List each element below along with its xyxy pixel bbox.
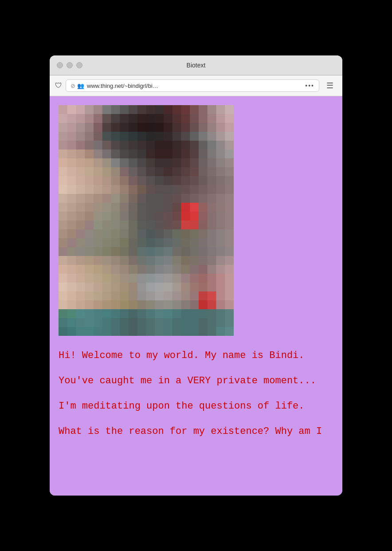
more-icon[interactable]: •••: [305, 82, 314, 89]
shield-icon: 🛡: [55, 82, 62, 90]
address-bar: 🛡 ⊘ 👥 www.thing.net/~bindigrl/bi… ••• ☰: [50, 75, 342, 96]
slash-icon: ⊘: [71, 83, 75, 89]
minimize-button[interactable]: [67, 62, 73, 68]
title-bar: Biotext: [50, 55, 342, 75]
page-text: Hi! Welcome to my world. My name is Bind…: [59, 348, 333, 439]
url-icons: ⊘ 👥: [71, 83, 84, 89]
security-icons: 🛡: [55, 82, 62, 90]
paragraph-4: What is the reason for my existence? Why…: [59, 424, 333, 439]
page-content: Hi! Welcome to my world. My name is Bind…: [50, 96, 342, 496]
profile-image: [59, 105, 234, 336]
url-text: www.thing.net/~bindigrl/bi…: [87, 83, 302, 89]
traffic-lights: [57, 62, 82, 68]
paragraph-3: I'm meditating upon the questions of lif…: [59, 399, 333, 413]
maximize-button[interactable]: [76, 62, 82, 68]
paragraph-2: You've caught me in a VERY private momen…: [59, 374, 333, 388]
close-button[interactable]: [57, 62, 63, 68]
url-field[interactable]: ⊘ 👥 www.thing.net/~bindigrl/bi… •••: [66, 79, 319, 92]
window-title: Biotext: [187, 62, 206, 69]
hamburger-menu-icon[interactable]: ☰: [323, 79, 337, 92]
people-icon: 👥: [77, 83, 84, 89]
paragraph-1: Hi! Welcome to my world. My name is Bind…: [59, 348, 333, 363]
browser-window: Biotext 🛡 ⊘ 👥 www.thing.net/~bindigrl/bi…: [50, 55, 342, 496]
